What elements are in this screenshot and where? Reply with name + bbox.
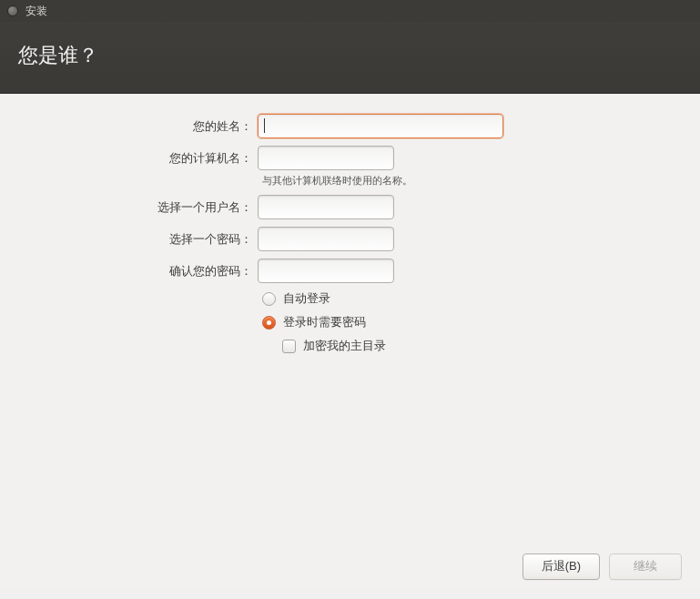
checkbox-icon [282, 340, 296, 353]
back-button-label: 后退(B) [542, 558, 581, 574]
computer-name-input[interactable] [258, 146, 394, 170]
titlebar: 安装 [0, 0, 700, 22]
row-name: 您的姓名： [0, 114, 700, 138]
page-title: 您是谁？ [18, 44, 98, 66]
radio-label-auto: 自动登录 [283, 290, 330, 307]
continue-button-label: 继续 [634, 558, 657, 574]
back-button[interactable]: 后退(B) [522, 553, 600, 580]
row-confirm: 确认您的密码： [0, 259, 700, 283]
label-name: 您的姓名： [0, 118, 258, 135]
continue-button: 继续 [609, 553, 682, 580]
checkbox-label-encrypt: 加密我的主目录 [303, 338, 386, 354]
login-options: 自动登录 登录时需要密码 加密我的主目录 [262, 290, 700, 354]
label-username: 选择一个用户名： [0, 199, 258, 216]
confirm-password-input[interactable] [258, 259, 394, 283]
password-input[interactable] [258, 227, 394, 251]
username-input[interactable] [258, 195, 394, 219]
content-area: 您的姓名： 您的计算机名： 与其他计算机联络时使用的名称。 选择一个用户名： 选… [0, 94, 700, 589]
row-username: 选择一个用户名： [0, 195, 700, 219]
computer-hint: 与其他计算机联络时使用的名称。 [262, 174, 700, 188]
footer: 后退(B) 继续 [0, 543, 700, 589]
row-password: 选择一个密码： [0, 227, 700, 251]
label-password: 选择一个密码： [0, 231, 258, 248]
close-icon[interactable] [7, 5, 18, 16]
radio-require-password[interactable]: 登录时需要密码 [262, 314, 700, 330]
window-title: 安装 [25, 4, 47, 19]
radio-auto-login[interactable]: 自动登录 [262, 290, 700, 307]
text-caret [264, 118, 265, 133]
label-computer: 您的计算机名： [0, 150, 258, 167]
radio-icon [262, 292, 276, 306]
checkbox-encrypt-home[interactable]: 加密我的主目录 [282, 338, 700, 354]
row-computer: 您的计算机名： [0, 146, 700, 170]
radio-label-require: 登录时需要密码 [283, 314, 366, 330]
name-input[interactable] [258, 114, 503, 138]
page-header: 您是谁？ [0, 22, 700, 94]
radio-icon-selected [262, 316, 276, 330]
label-confirm: 确认您的密码： [0, 263, 258, 279]
